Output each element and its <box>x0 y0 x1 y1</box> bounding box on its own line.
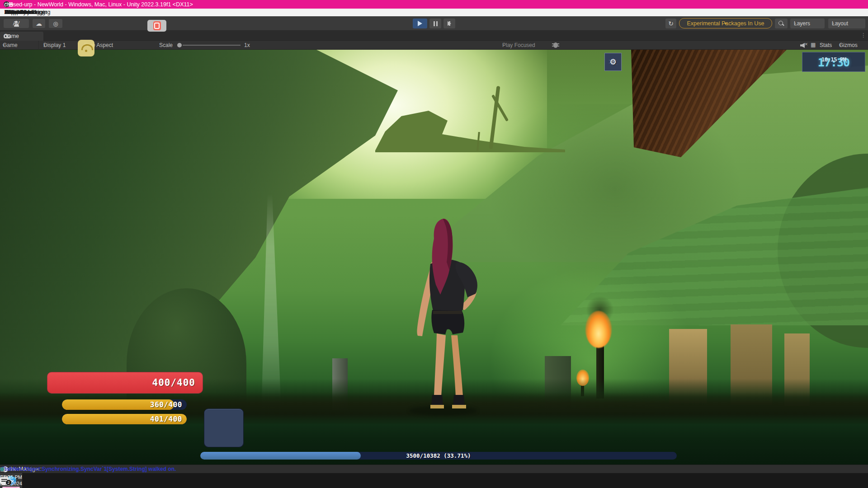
notification-badge: 2 <box>5 479 12 486</box>
grid-icon[interactable]: ▦ <box>811 42 816 48</box>
main-toolbar: AV ▾ ☁ ◎ ↻ Experimental Packages In Use … <box>0 16 868 31</box>
layers-dropdown[interactable]: Layers ▾ <box>790 19 825 28</box>
status-message: FishNet.Object.Synchronizing.SyncVar`1[S… <box>2 466 176 472</box>
undo-history-button[interactable]: ↻ <box>665 19 676 28</box>
stamina-bar: 401/400 <box>62 414 187 424</box>
status-bar[interactable]: ! AetherManager: FishNet.Object.Synchron… <box>0 465 868 473</box>
game-view-toolbar: Game▾ Display 1▾ Free Aspect▾ Scale 1x P… <box>0 41 868 50</box>
version-control-icon: ◎ <box>53 20 58 27</box>
menu-help[interactable]: Help <box>0 9 21 16</box>
chevron-down-icon: ▾ <box>502 43 505 47</box>
history-icon: ↻ <box>668 20 674 27</box>
chevron-down-icon: ▾ <box>794 21 796 26</box>
stamina-value: 401/400 <box>150 415 182 423</box>
settings-button[interactable]: ⚙ <box>604 53 622 71</box>
vsync-bug-icon[interactable] <box>553 42 558 48</box>
mana-value: 360/400 <box>150 400 182 409</box>
mana-bar: 360/400 <box>62 399 187 410</box>
scale-value: 1x <box>244 42 250 48</box>
pause-icon <box>434 21 438 26</box>
scale-label: Scale <box>159 42 173 48</box>
chevron-down-icon: ▾ <box>15 21 18 26</box>
drag-ghost-asset-icon <box>147 20 166 32</box>
xp-value: 3500/10382 (33.71%) <box>200 452 677 459</box>
tab-game[interactable]: Game <box>0 32 43 41</box>
scale-slider-track[interactable] <box>183 45 241 46</box>
layout-label: Layout <box>832 20 848 27</box>
stats-toggle[interactable]: Stats <box>820 42 832 48</box>
account-dropdown[interactable]: AV ▾ <box>4 19 29 28</box>
chevron-down-icon: ▾ <box>43 43 46 47</box>
scale-slider-knob[interactable] <box>177 43 182 47</box>
chevron-down-icon: ▾ <box>725 21 727 26</box>
menu-bar: File Edit Assets GameObject Component Se… <box>0 9 868 16</box>
xp-bar: 3500/10382 (33.71%) <box>200 452 677 460</box>
play-button[interactable] <box>413 19 427 28</box>
game-clock: 17:30 10:15 PM <box>802 52 865 72</box>
cloud-button[interactable]: ☁ <box>33 19 45 28</box>
collab-status-dot <box>0 467 4 471</box>
health-value: 400/400 <box>152 377 195 388</box>
hotbar <box>204 408 673 447</box>
tab-strip: Game ⋮ <box>0 31 868 41</box>
chevron-down-icon: ▾ <box>3 43 5 47</box>
player-character <box>407 217 493 411</box>
hotbar-slot[interactable] <box>204 408 244 447</box>
windows-taskbar: 32 V ∧ ENG US 10:15 PM 2/20/2024 <box>0 473 868 488</box>
window-title: chased-urp - NewWorld - Windows, Mac, Li… <box>4 1 193 8</box>
cloud-icon: ☁ <box>36 20 42 27</box>
chevron-down-icon: ▾ <box>839 43 841 47</box>
system-tray: ∧ ENG US 10:15 PM 2/20/2024 2 <box>0 473 5 488</box>
game-tab-label: Game <box>4 33 19 39</box>
mute-audio-icon[interactable] <box>800 42 808 48</box>
play-focused-dropdown[interactable]: Play Focused▾ <box>500 41 539 50</box>
step-button[interactable] <box>443 19 455 28</box>
game-viewport[interactable]: ♟ ▦ ☰ ♞ ? ★ ⚐ >_ ⚙ 17:30 10:15 PM 400/40… <box>0 50 868 465</box>
tab-options-icon[interactable]: ⋮ <box>861 32 866 38</box>
chevron-down-icon: ▾ <box>832 21 834 26</box>
notification-center-icon[interactable]: 2 <box>0 477 9 484</box>
gizmos-dropdown[interactable]: Gizmos▾ <box>836 41 866 50</box>
display-dropdown[interactable]: Display 1▾ <box>41 41 80 50</box>
drag-ghost-wifi-icon <box>78 40 94 56</box>
search-button[interactable] <box>775 19 788 28</box>
search-icon <box>778 20 784 27</box>
title-bar: chased-urp - NewWorld - Windows, Mac, Li… <box>0 0 868 9</box>
pause-button[interactable] <box>429 19 441 28</box>
game-view-dropdown[interactable]: Game▾ <box>0 41 39 50</box>
unity-editor-window: chased-urp - NewWorld - Windows, Mac, Li… <box>0 0 868 488</box>
layers-label: Layers <box>794 20 810 27</box>
close-button[interactable]: ✕ <box>0 0 22 9</box>
real-time: 10:15 PM <box>821 56 846 63</box>
gear-icon: ⚙ <box>609 57 616 67</box>
version-control-button[interactable]: ◎ <box>49 19 62 28</box>
torch-flame <box>585 311 612 348</box>
layout-dropdown[interactable]: Layout ▾ <box>828 19 865 28</box>
experimental-packages-button[interactable]: Experimental Packages In Use ▾ <box>679 18 772 28</box>
health-bar: 400/400 <box>47 372 203 394</box>
play-icon <box>418 21 422 26</box>
